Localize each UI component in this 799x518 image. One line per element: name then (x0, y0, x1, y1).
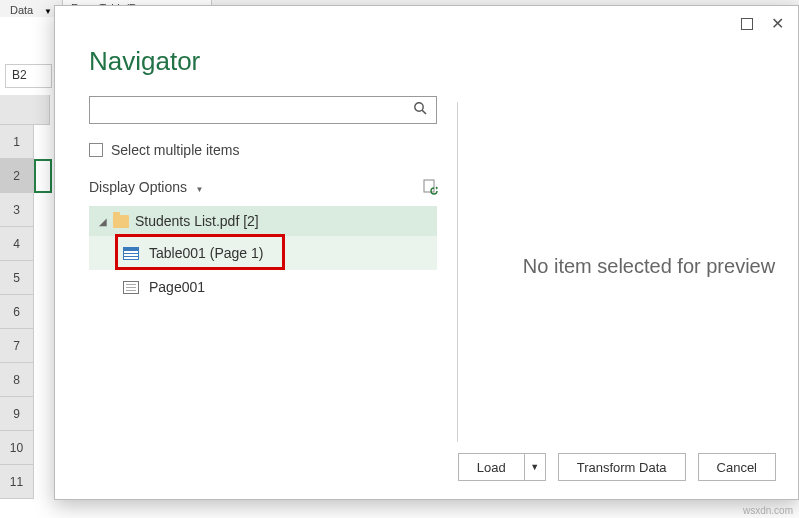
active-cell-border (34, 159, 52, 193)
chevron-down-icon: ▼ (44, 7, 52, 16)
row-header[interactable]: 11 (0, 465, 34, 499)
close-icon[interactable]: ✕ (771, 14, 784, 33)
folder-icon (113, 215, 129, 228)
load-dropdown-button[interactable]: ▼ (524, 453, 546, 481)
maximize-icon[interactable] (741, 18, 753, 30)
tree-root-label: Students List.pdf [2] (135, 213, 259, 229)
ribbon-data-tab[interactable]: Data (10, 4, 33, 16)
tree-item-page001[interactable]: Page001 (89, 270, 437, 304)
cancel-button[interactable]: Cancel (698, 453, 776, 481)
svg-point-0 (415, 103, 423, 111)
row-header[interactable]: 6 (0, 295, 34, 329)
row-header[interactable]: 1 (0, 125, 34, 159)
preview-panel: No item selected for preview (479, 96, 799, 436)
page-icon (123, 281, 139, 294)
select-all-triangle[interactable] (0, 95, 50, 125)
display-options-button[interactable]: Display Options (89, 179, 187, 195)
tree-item-label: Page001 (149, 279, 205, 295)
search-icon (413, 101, 428, 119)
preview-empty-text: No item selected for preview (523, 255, 775, 278)
row-header[interactable]: 5 (0, 261, 34, 295)
navigator-dialog: ✕ Navigator Select multiple items Displa… (54, 5, 799, 500)
row-header[interactable]: 7 (0, 329, 34, 363)
chevron-down-icon: ▼ (196, 185, 204, 194)
select-multiple-label: Select multiple items (111, 142, 239, 158)
panel-divider (457, 102, 458, 442)
name-box[interactable]: B2 (5, 64, 52, 88)
tree-item-table001[interactable]: Table001 (Page 1) (89, 236, 437, 270)
row-header[interactable]: 8 (0, 363, 34, 397)
tree-root-folder[interactable]: ◢ Students List.pdf [2] (89, 206, 437, 236)
search-input[interactable] (89, 96, 437, 124)
transform-data-button[interactable]: Transform Data (558, 453, 686, 481)
tree-item-label: Table001 (Page 1) (149, 245, 263, 261)
table-icon (123, 247, 139, 260)
svg-line-1 (422, 110, 426, 114)
row-header[interactable]: 10 (0, 431, 34, 465)
collapse-icon[interactable]: ◢ (99, 216, 107, 227)
svg-rect-2 (424, 180, 434, 192)
load-button[interactable]: Load (458, 453, 524, 481)
row-header[interactable]: 3 (0, 193, 34, 227)
refresh-icon[interactable] (423, 179, 437, 195)
row-header[interactable]: 4 (0, 227, 34, 261)
row-header[interactable]: 9 (0, 397, 34, 431)
watermark: wsxdn.com (743, 505, 793, 516)
select-multiple-checkbox[interactable] (89, 143, 103, 157)
dialog-title: Navigator (89, 46, 200, 77)
row-header[interactable]: 2 (0, 159, 34, 193)
